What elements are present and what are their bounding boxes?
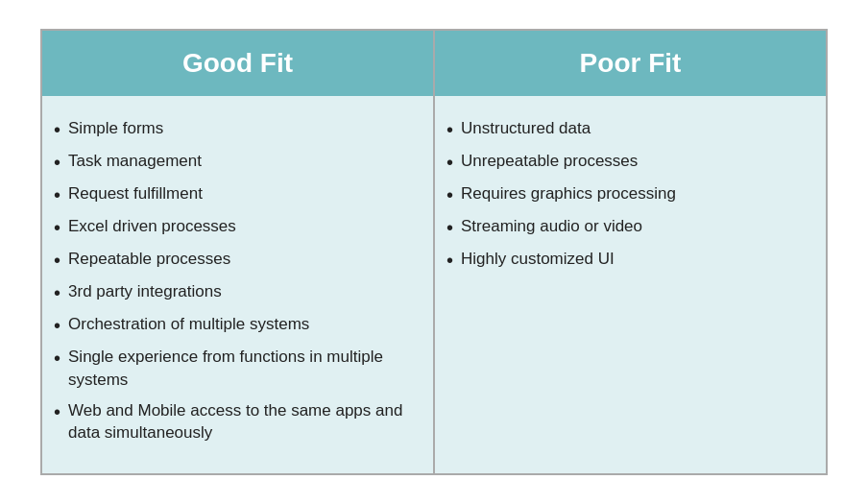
poor-fit-header: Poor Fit — [435, 31, 826, 96]
list-item: Unstructured data — [446, 117, 808, 142]
list-item: Unrepeatable processes — [446, 150, 808, 175]
list-item: Excel driven processes — [54, 215, 416, 240]
list-item: Web and Mobile access to the same apps a… — [54, 399, 416, 445]
list-item: Single experience from functions in mult… — [54, 346, 416, 392]
list-item: Requires graphics processing — [446, 182, 808, 207]
list-item: Request fulfillment — [54, 182, 416, 207]
list-item: 3rd party integrations — [54, 280, 416, 305]
good-fit-column: Good Fit Simple forms Task management Re… — [42, 31, 435, 473]
good-fit-body: Simple forms Task management Request ful… — [42, 96, 433, 473]
poor-fit-column: Poor Fit Unstructured data Unrepeatable … — [435, 31, 826, 473]
list-item: Highly customized UI — [446, 248, 808, 273]
good-fit-list: Simple forms Task management Request ful… — [54, 117, 416, 444]
list-item: Orchestration of multiple systems — [54, 313, 416, 338]
list-item: Task management — [54, 150, 416, 175]
poor-fit-list: Unstructured data Unrepeatable processes… — [446, 117, 808, 273]
list-item: Simple forms — [54, 117, 416, 142]
good-fit-header: Good Fit — [42, 31, 433, 96]
poor-fit-body: Unstructured data Unrepeatable processes… — [435, 96, 826, 473]
list-item: Repeatable processes — [54, 248, 416, 273]
comparison-table: Good Fit Simple forms Task management Re… — [40, 29, 828, 475]
list-item: Streaming audio or video — [446, 215, 808, 240]
